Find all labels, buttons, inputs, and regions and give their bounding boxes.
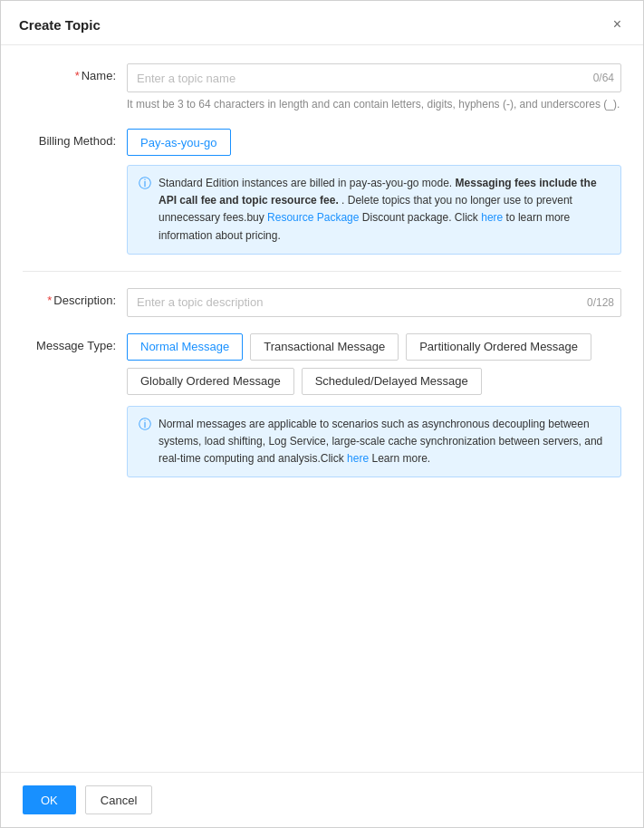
msg-type-transactional-button[interactable]: Transactional Message — [250, 333, 399, 361]
description-input[interactable] — [127, 288, 621, 317]
description-required-star: * — [47, 294, 52, 307]
message-type-row: Message Type: Normal Message Transaction… — [23, 333, 621, 478]
message-type-info-icon: ⓘ — [139, 417, 151, 433]
msg-type-scheduled-button[interactable]: Scheduled/Delayed Message — [302, 368, 482, 395]
name-input-wrapper: 0/64 — [127, 63, 621, 92]
create-topic-dialog: Create Topic × *Name: 0/64 It must be 3 … — [0, 0, 644, 828]
message-type-buttons: Normal Message Transactional Message Par… — [127, 333, 621, 395]
message-type-content: Normal Message Transactional Message Par… — [127, 333, 621, 478]
message-type-label: Message Type: — [23, 333, 127, 352]
pricing-link[interactable]: here — [481, 211, 503, 224]
name-content: 0/64 It must be 3 to 64 characters in le… — [127, 63, 621, 112]
msg-type-normal-button[interactable]: Normal Message — [127, 333, 243, 361]
divider — [23, 271, 621, 272]
name-hint: It must be 3 to 64 characters in length … — [127, 96, 621, 112]
billing-info-box: ⓘ Standard Edition instances are billed … — [127, 165, 621, 255]
ok-button[interactable]: OK — [23, 785, 76, 814]
description-label: *Description: — [23, 288, 127, 307]
description-content: 0/128 — [127, 288, 621, 317]
billing-info-icon: ⓘ — [139, 176, 151, 192]
billing-row: Billing Method: Pay-as-you-go ⓘ Standard… — [23, 129, 621, 255]
dialog-title: Create Topic — [19, 17, 101, 33]
billing-content: Pay-as-you-go ⓘ Standard Edition instanc… — [127, 129, 621, 255]
name-input[interactable] — [127, 63, 621, 92]
msg-type-globally-button[interactable]: Globally Ordered Message — [127, 368, 294, 395]
dialog-footer: OK Cancel — [1, 772, 643, 827]
learn-more-link[interactable]: here — [347, 452, 369, 465]
billing-payg-button[interactable]: Pay-as-you-go — [127, 129, 231, 156]
name-label: *Name: — [23, 63, 127, 82]
description-counter: 0/128 — [587, 296, 614, 309]
message-type-info-text: Normal messages are applicable to scenar… — [159, 416, 610, 468]
resource-package-link[interactable]: Resource Package — [267, 211, 359, 224]
message-type-info-box: ⓘ Normal messages are applicable to scen… — [127, 406, 621, 478]
name-counter: 0/64 — [593, 72, 614, 84]
dialog-body: *Name: 0/64 It must be 3 to 64 character… — [1, 45, 643, 772]
close-button[interactable]: × — [610, 15, 625, 34]
dialog-header: Create Topic × — [1, 1, 643, 45]
name-required-star: * — [75, 69, 80, 82]
billing-info-text: Standard Edition instances are billed in… — [159, 175, 610, 245]
description-row: *Description: 0/128 — [23, 288, 621, 317]
msg-type-partitionally-button[interactable]: Partitionally Ordered Message — [406, 333, 591, 361]
description-input-wrapper: 0/128 — [127, 288, 621, 317]
billing-label: Billing Method: — [23, 129, 127, 148]
name-row: *Name: 0/64 It must be 3 to 64 character… — [23, 63, 621, 112]
cancel-button[interactable]: Cancel — [85, 785, 152, 814]
